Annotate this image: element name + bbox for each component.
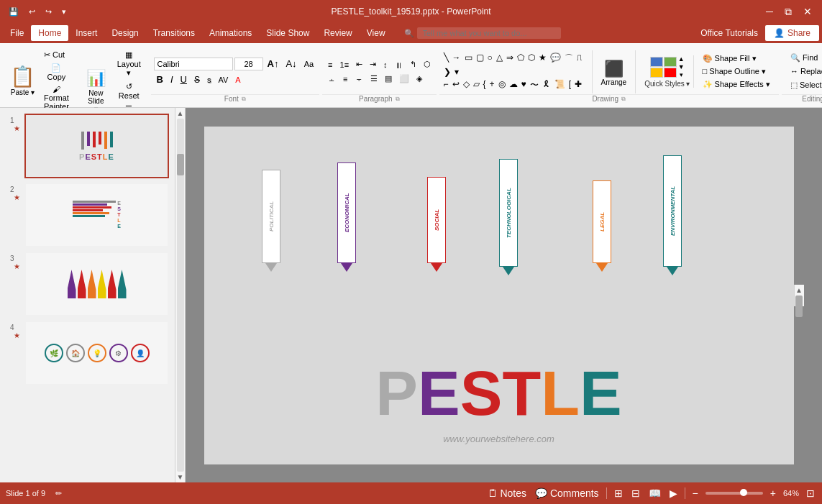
slide-canvas[interactable]: POLITICAL ECONOMICAL SOCIAL TECHNOLOGICA… bbox=[204, 127, 794, 464]
drawing-expand[interactable]: ⧉ bbox=[621, 96, 626, 103]
notes-button[interactable]: 🗒 Notes bbox=[486, 486, 528, 500]
bullets-button[interactable]: ≡ bbox=[325, 59, 335, 70]
style-box-1[interactable] bbox=[650, 57, 663, 67]
menu-review[interactable]: Review bbox=[316, 25, 359, 41]
decrease-indent-button[interactable]: ⇤ bbox=[353, 58, 365, 70]
heart-shape[interactable]: ♥ bbox=[520, 78, 528, 92]
connector-shape[interactable]: ⌐ bbox=[442, 78, 450, 92]
underline-button[interactable]: U bbox=[178, 73, 190, 86]
menu-design[interactable]: Design bbox=[104, 25, 145, 41]
zoom-in-button[interactable]: + bbox=[769, 486, 777, 500]
slide-thumbnail-1[interactable]: 1 ★ P bbox=[6, 114, 169, 178]
plus-shape[interactable]: + bbox=[488, 78, 496, 92]
arrow-shape[interactable]: → bbox=[451, 52, 462, 65]
scroll-shape[interactable]: 📜 bbox=[553, 78, 567, 92]
scroll-up-arrow[interactable]: ▲ bbox=[795, 286, 803, 294]
text-box-button[interactable]: ⬜ bbox=[396, 73, 412, 85]
menu-file[interactable]: File bbox=[3, 25, 31, 41]
donut-shape[interactable]: ◎ bbox=[497, 78, 507, 92]
quick-styles-label[interactable]: Quick Styles ▾ bbox=[644, 80, 690, 88]
slide-sorter-button[interactable]: ⊟ bbox=[630, 486, 641, 500]
slide-notes-edit-button[interactable]: ✏ bbox=[54, 487, 63, 500]
pentagon-shape[interactable]: ⬠ bbox=[516, 52, 526, 65]
bracket-shape[interactable]: [ bbox=[567, 78, 572, 92]
convert-smartart-button[interactable]: ⬡ bbox=[421, 58, 434, 70]
paragraph-expand[interactable]: ⧉ bbox=[396, 96, 400, 103]
zoom-out-button[interactable]: − bbox=[691, 486, 700, 500]
close-button[interactable]: ✕ bbox=[799, 4, 816, 19]
menu-insert[interactable]: Insert bbox=[68, 25, 104, 41]
shape-effects-button[interactable]: ✨ Shape Effects ▾ bbox=[700, 78, 773, 91]
font-name-input[interactable] bbox=[154, 58, 233, 70]
numbering-button[interactable]: 1≡ bbox=[337, 59, 352, 70]
decrease-font-button[interactable]: A↓ bbox=[283, 57, 299, 70]
callout-shape[interactable]: 💬 bbox=[549, 52, 562, 65]
office-tutorials-link[interactable]: Office Tutorials bbox=[693, 25, 765, 41]
select-button[interactable]: ⬚ Select ▾ bbox=[786, 79, 822, 91]
replace-button[interactable]: ↔ Replace ▾ bbox=[786, 65, 822, 78]
slide-image-3[interactable] bbox=[24, 252, 169, 316]
oval-shape[interactable]: ○ bbox=[486, 52, 494, 65]
layout-button[interactable]: ▦ Layout ▾ bbox=[113, 49, 145, 79]
strikethrough-button[interactable]: S bbox=[191, 73, 203, 86]
menu-view[interactable]: View bbox=[360, 25, 393, 41]
arrange-button[interactable]: ⬛ Arrange bbox=[598, 57, 630, 86]
parallelogram-shape[interactable]: ▱ bbox=[472, 78, 481, 92]
align-center-button[interactable]: ≡ bbox=[340, 73, 350, 85]
reading-view-button[interactable]: 📖 bbox=[647, 486, 662, 500]
right-arrow-shape[interactable]: ⇒ bbox=[505, 52, 515, 65]
share-button[interactable]: 👤 Share bbox=[765, 25, 819, 41]
rounded-rect-shape[interactable]: ▢ bbox=[475, 52, 485, 65]
quick-styles-up[interactable]: ▲ bbox=[678, 55, 685, 63]
bent-arrow-shape[interactable]: ↩ bbox=[451, 78, 461, 92]
smartart-button[interactable]: ◈ bbox=[414, 73, 425, 85]
cloud-shape[interactable]: ☁ bbox=[508, 78, 519, 92]
cross-shape[interactable]: ✚ bbox=[573, 78, 583, 92]
menu-slideshow[interactable]: Slide Show bbox=[259, 25, 316, 41]
justify-button[interactable]: ☰ bbox=[367, 73, 380, 85]
undo-button[interactable]: ↩ bbox=[26, 6, 38, 18]
comments-button[interactable]: 💬 Comments bbox=[534, 486, 600, 500]
slide-scroll-up[interactable]: ▲ bbox=[177, 109, 184, 117]
paste-button[interactable]: 📋 Paste ▾ bbox=[6, 62, 40, 99]
search-input[interactable] bbox=[417, 27, 561, 39]
find-button[interactable]: 🔍 Find bbox=[786, 52, 822, 64]
shadow-button[interactable]: s bbox=[204, 74, 214, 86]
bold-button[interactable]: B bbox=[154, 73, 166, 86]
triangle-shape[interactable]: △ bbox=[495, 52, 504, 65]
freeform-shape[interactable]: ⎍ bbox=[575, 52, 583, 65]
curve-shape[interactable]: ⌒ bbox=[563, 52, 575, 65]
redo-button[interactable]: ↪ bbox=[42, 6, 55, 18]
quick-styles-more[interactable]: ▾ bbox=[678, 71, 685, 78]
italic-button[interactable]: I bbox=[168, 73, 176, 86]
ribbon-shape[interactable]: 🎗 bbox=[541, 78, 552, 92]
rect-shape[interactable]: ▭ bbox=[463, 52, 474, 65]
hexagon-shape[interactable]: ⬡ bbox=[526, 52, 536, 65]
columns-button[interactable]: ⫼ bbox=[392, 59, 406, 70]
more-shapes[interactable]: ▾ bbox=[453, 66, 460, 78]
slide-thumbnail-3[interactable]: 3 ★ bbox=[6, 252, 169, 316]
font-color-button[interactable]: A bbox=[232, 74, 243, 86]
align-right-button[interactable]: ⫟ bbox=[352, 73, 366, 85]
font-expand[interactable]: ⧉ bbox=[242, 96, 246, 103]
reset-button[interactable]: ↺ Reset bbox=[113, 81, 145, 101]
align-left-button[interactable]: ⫠ bbox=[325, 73, 339, 85]
style-box-4[interactable] bbox=[664, 68, 677, 78]
chevron-shape[interactable]: ❯ bbox=[442, 66, 452, 78]
slide-image-4[interactable]: 🌿 🏠 💡 ⚙ 👤 bbox=[24, 321, 169, 385]
increase-indent-button[interactable]: ⇥ bbox=[367, 58, 379, 70]
char-spacing-button[interactable]: AV bbox=[215, 74, 231, 86]
shape-outline-button[interactable]: □ Shape Outline ▾ bbox=[700, 65, 773, 78]
style-box-2[interactable] bbox=[664, 57, 677, 67]
line-spacing-button[interactable]: ↕ bbox=[380, 59, 391, 70]
wave-shape[interactable]: 〜 bbox=[529, 78, 540, 92]
slide-thumbnail-2[interactable]: 2 ★ bbox=[6, 183, 169, 247]
slideshow-button[interactable]: ▶ bbox=[668, 486, 679, 500]
diamond-shape[interactable]: ◇ bbox=[462, 78, 471, 92]
style-box-3[interactable] bbox=[650, 68, 663, 78]
copy-button[interactable]: 📄 Copy bbox=[41, 62, 72, 83]
menu-home[interactable]: Home bbox=[31, 25, 68, 41]
slide-scroll-down[interactable]: ▼ bbox=[177, 473, 184, 481]
slide-image-2[interactable]: E S T L E bbox=[24, 183, 169, 247]
menu-animations[interactable]: Animations bbox=[202, 25, 259, 41]
